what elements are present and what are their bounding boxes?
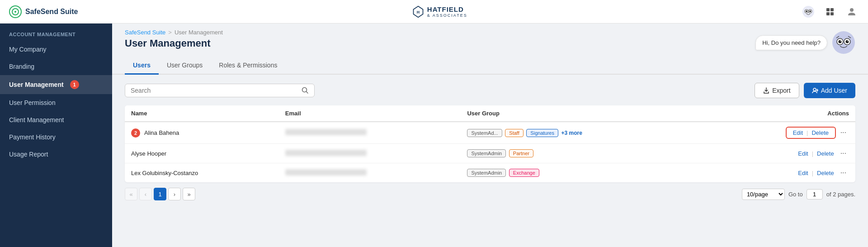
grid-icon-btn[interactable] [823,5,837,19]
sidebar-section-title: ACCOUNT MANAGEMENT [0,24,112,41]
more-options-button[interactable]: ··· [838,128,849,138]
more-options-button[interactable]: ··· [838,168,849,178]
export-icon [763,87,769,94]
per-page-select[interactable]: 10/page 20/page 50/page [742,189,785,200]
cell-user-group: SystemAdmin Partner [461,144,708,163]
row-badge: 2 [131,128,140,138]
pagination-bar: « ‹ 1 › » 10/page 20/page 50/page Go to … [125,182,855,200]
cell-email [279,122,461,144]
svg-rect-12 [826,12,830,15]
cell-actions: Edit | Delete ··· [708,144,855,163]
cell-user-group: SystemAdmin Exchange [461,163,708,183]
sidebar-item-client-management[interactable]: Client Management [0,111,112,128]
breadcrumb-current: User Management [175,29,223,36]
svg-rect-11 [830,8,834,11]
svg-point-19 [846,40,849,43]
export-button[interactable]: Export [755,83,799,98]
cell-email [279,163,461,183]
cell-name: Lex Golubinsky-Costanzo [125,163,279,183]
chatbot-avatar [832,31,855,54]
sidebar-badge-user-management: 1 [70,80,79,89]
hatfield-icon: H [412,5,425,18]
first-page-btn[interactable]: « [125,188,137,200]
svg-point-20 [840,41,841,42]
table-row: Lex Golubinsky-Costanzo SystemAdmin Exch… [125,163,855,183]
tag: Exchange [509,169,539,177]
sidebar-item-payment-history[interactable]: Payment History [0,128,112,146]
last-page-btn[interactable]: » [183,188,195,200]
page-btn-1[interactable]: 1 [154,188,166,200]
search-input[interactable] [131,87,298,94]
next-page-btn[interactable]: › [168,188,181,200]
safesend-logo-icon [9,5,22,18]
goto-input[interactable] [807,189,823,200]
delete-button[interactable]: Delete [813,169,838,177]
add-user-button[interactable]: Add User [804,83,855,98]
svg-point-21 [848,41,849,42]
search-box [125,84,315,97]
col-actions: Actions [708,105,855,122]
breadcrumb-separator: > [168,29,172,36]
cell-actions: Edit | Delete ··· [708,122,855,144]
tag: Signatures [526,129,558,137]
tab-bar: Users User Groups Roles & Permissions [112,57,868,75]
cell-email [279,144,461,163]
cell-user-group: SystemAd... Staff Signatures +3 more [461,122,708,144]
row-actions: Edit | Delete ··· [714,168,849,178]
action-buttons: Export Add User [755,83,855,98]
sidebar-label-usage-report: Usage Report [9,151,48,158]
sidebar-item-my-company[interactable]: My Company [0,41,112,58]
svg-point-14 [850,8,854,12]
cell-name: 2 Alina Bahena [125,122,279,144]
edit-button[interactable]: Edit [789,128,807,137]
tab-user-groups[interactable]: User Groups [159,57,211,75]
header-actions [801,5,859,19]
avatar-icon-btn[interactable] [801,5,816,19]
col-email: Email [279,105,461,122]
add-user-label: Add User [821,87,847,94]
actions-highlight: Edit | Delete [786,127,836,139]
delete-button[interactable]: Delete [808,128,832,137]
user-icon [846,6,857,17]
search-button[interactable] [302,87,309,94]
blurred-email [285,169,367,176]
sidebar-label-client-management: Client Management [9,116,64,124]
breadcrumb-parent[interactable]: SafeSend Suite [125,29,165,36]
content-panel: Export Add User [112,75,868,247]
tag: Partner [509,149,533,157]
table-header-row: Name Email User Group Actions [125,105,855,122]
tab-users[interactable]: Users [125,57,159,75]
delete-button[interactable]: Delete [813,149,838,158]
sidebar-label-branding: Branding [9,63,34,70]
edit-button[interactable]: Edit [794,169,811,177]
svg-point-18 [839,40,842,43]
app-name: SafeSend Suite [25,8,78,16]
company-sub: & ASSOCIATES [427,13,467,18]
chatbot-area: Hi, Do you need help? [755,31,855,54]
content-area: SafeSend Suite > User Management User Ma… [112,24,868,247]
breadcrumb: SafeSend Suite > User Management [125,29,223,36]
col-name: Name [125,105,279,122]
prev-page-btn[interactable]: ‹ [139,188,152,200]
sidebar-label-user-management: User Management [9,81,64,88]
tag: Staff [505,129,523,137]
sidebar-item-usage-report[interactable]: Usage Report [0,146,112,163]
sidebar-item-branding[interactable]: Branding [0,58,112,75]
svg-text:H: H [417,10,420,14]
more-options-button[interactable]: ··· [838,148,849,158]
user-profile-btn[interactable] [844,5,859,19]
edit-button[interactable]: Edit [794,149,811,158]
sidebar-item-user-management[interactable]: User Management 1 [0,75,112,94]
tag-more[interactable]: +3 more [561,130,582,136]
goto-label: Go to [788,191,803,198]
of-pages-text: of 2 pages. [826,191,855,198]
sidebar-item-user-permission[interactable]: User Permission [0,94,112,111]
tab-roles-permissions[interactable]: Roles & Permissions [211,57,285,75]
pagination-nav: « ‹ 1 › » [125,188,195,200]
cell-actions: Edit | Delete ··· [708,163,855,183]
tag: SystemAd... [467,129,502,137]
table-row: 2 Alina Bahena SystemAd... Staff Signatu… [125,122,855,144]
svg-point-9 [809,10,811,12]
owl-avatar [802,5,815,18]
company-name: HATFIELD [427,5,467,13]
